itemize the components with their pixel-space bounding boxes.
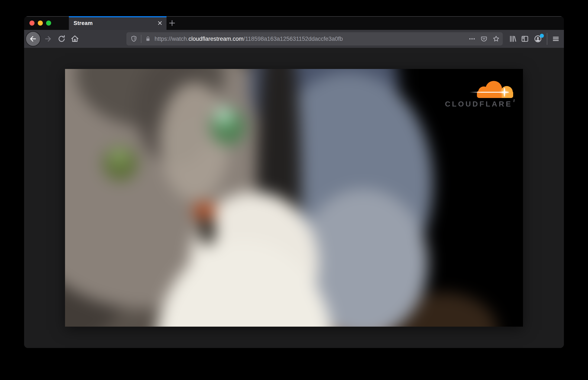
new-tab-button[interactable] [166, 16, 178, 30]
plus-icon [168, 19, 176, 27]
urlbar-separator [141, 35, 141, 43]
arrow-right-icon [44, 35, 52, 43]
menu-button[interactable] [550, 33, 561, 45]
site-security-button[interactable] [145, 36, 151, 42]
tab-title: Stream [73, 20, 93, 26]
home-button[interactable] [69, 33, 80, 44]
sidebar-button[interactable] [519, 33, 530, 45]
url-scheme: https://watch. [155, 36, 189, 42]
window-minimize-button[interactable] [38, 20, 43, 26]
sidebar-icon [521, 35, 529, 43]
star-icon [492, 35, 500, 43]
account-notification-dot [540, 34, 544, 38]
save-to-pocket-button[interactable] [480, 35, 488, 42]
url-bar[interactable]: https://watch.cloudflarestream.com/11859… [126, 32, 503, 45]
hamburger-icon [552, 35, 560, 43]
browser-window: Stream [24, 16, 564, 348]
ellipsis-icon [468, 35, 476, 42]
urlbar-actions [468, 35, 500, 43]
tab-close-button[interactable] [156, 19, 164, 27]
cloudflare-watermark: CLOUDFLARE [442, 81, 515, 108]
reload-button[interactable] [56, 33, 67, 44]
url-text[interactable]: https://watch.cloudflarestream.com/11859… [155, 36, 343, 42]
library-icon [508, 35, 517, 43]
tracking-protection-button[interactable] [130, 35, 138, 42]
bookmark-button[interactable] [492, 35, 500, 43]
navigation-toolbar: https://watch.cloudflarestream.com/11859… [24, 30, 564, 48]
refresh-icon [57, 35, 66, 43]
page-actions-button[interactable] [468, 35, 476, 42]
window-zoom-button[interactable] [46, 20, 51, 26]
shield-icon [130, 35, 138, 42]
window-controls [29, 20, 51, 26]
tab-stream[interactable]: Stream [69, 16, 167, 30]
video-player[interactable]: CLOUDFLARE [65, 69, 523, 327]
window-close-button[interactable] [29, 20, 35, 26]
library-button[interactable] [507, 33, 518, 45]
home-icon [70, 34, 79, 43]
pocket-icon [480, 35, 488, 42]
tab-bar: Stream [24, 16, 564, 30]
page-content: CLOUDFLARE [24, 48, 564, 348]
arrow-left-icon [29, 35, 37, 43]
close-icon [157, 20, 163, 26]
back-button[interactable] [25, 31, 41, 47]
cloudflare-cloud-logo [477, 81, 513, 98]
account-button[interactable] [532, 33, 544, 45]
url-path: /118598a163a125631152ddaccfe3a0fb [243, 36, 343, 42]
cloudflare-wordmark: CLOUDFLARE [445, 100, 512, 108]
forward-button[interactable] [42, 33, 53, 44]
lens-flare-star-icon [500, 88, 509, 97]
url-domain: cloudflarestream.com [189, 36, 243, 42]
lock-icon [145, 36, 151, 42]
toolbar-separator [547, 33, 547, 45]
active-tab-indicator [69, 16, 167, 17]
